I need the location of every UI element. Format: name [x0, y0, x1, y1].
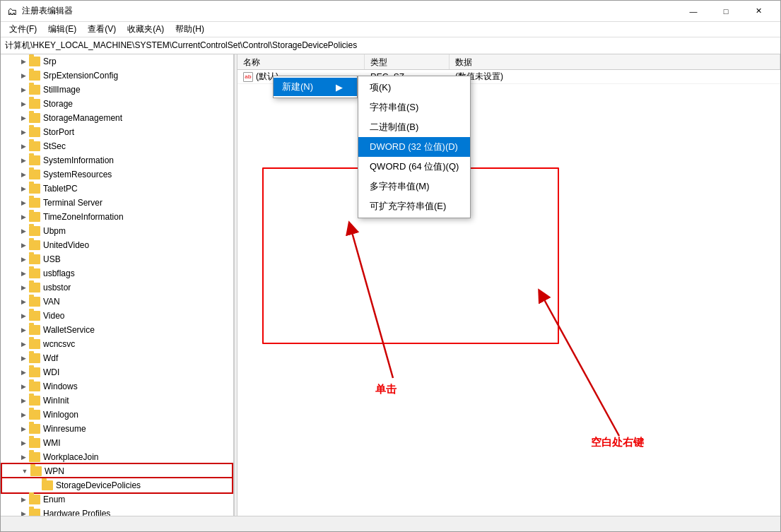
svg-line-1 [541, 295, 619, 436]
tree-item-video[interactable]: ▶ Video [1, 309, 233, 323]
status-bar [1, 516, 780, 531]
expand-arrow: ▶ [18, 310, 29, 321]
expand-arrow: ▶ [18, 141, 29, 152]
tree-item-winresume[interactable]: ▶ Winresume [1, 422, 233, 436]
folder-icon [29, 297, 40, 307]
right-pane: 名称 类型 数据 ab (默认) REG_SZ (数值未设置) [237, 54, 780, 516]
folder-icon [29, 367, 40, 377]
tree-item-srp[interactable]: ▶ Srp [1, 54, 233, 69]
tree-item-wcncsvc[interactable]: ▶ wcncsvc [1, 337, 233, 351]
menu-edit[interactable]: 编辑(E) [42, 22, 82, 37]
tree-item-wdf[interactable]: ▶ Wdf [1, 351, 233, 365]
expand-arrow: ▶ [18, 353, 29, 364]
expand-arrow: ▶ [18, 409, 29, 420]
window-controls: — □ ✕ [677, 1, 775, 22]
tree-item-terminalserver[interactable]: ▶ Terminal Server [1, 196, 233, 210]
menu-favorites[interactable]: 收藏夹(A) [122, 22, 170, 37]
expand-arrow: ▶ [18, 268, 29, 279]
folder-icon [29, 339, 40, 349]
tree-item-storagemanagement[interactable]: ▶ StorageManagement [1, 111, 233, 125]
tree-item-storagedevicepolicies[interactable]: StorageDevicePolicies [2, 478, 232, 492]
submenu-item-qword[interactable]: QWORD (64 位值)(Q) [358, 157, 470, 177]
folder-icon [29, 85, 40, 95]
folder-icon [29, 170, 40, 179]
folder-icon [29, 141, 40, 151]
tree-item-usbstor[interactable]: ▶ usbstor [1, 280, 233, 295]
expand-arrow: ▶ [18, 451, 29, 463]
folder-icon [29, 283, 40, 292]
tree-item-walletservice[interactable]: ▶ WalletService [1, 323, 233, 337]
expand-arrow: ▶ [18, 225, 29, 237]
expand-arrow: ▶ [18, 155, 29, 166]
folder-icon [29, 155, 40, 165]
tree-item-ubpm[interactable]: ▶ Ubpm [1, 224, 233, 238]
tree-item-hardwareprofiles[interactable]: ▶ Hardware Profiles [1, 507, 233, 516]
expand-arrow: ▼ [19, 466, 30, 477]
submenu: 项(K) 字符串值(S) 二进制值(B) DWORD (32 位值)(D) QW… [358, 76, 471, 218]
annotation-arrows [237, 54, 780, 516]
folder-icon [29, 495, 40, 504]
tree-item-stsec[interactable]: ▶ StSec [1, 139, 233, 153]
submenu-item-string[interactable]: 字符串值(S) [358, 97, 470, 117]
submenu-item-binary[interactable]: 二进制值(B) [358, 117, 470, 137]
tree-item-winlogon[interactable]: ▶ Winlogon [1, 408, 233, 422]
tree-item-wmi[interactable]: ▶ WMI [1, 436, 233, 450]
context-menu-overlay: 新建(N) ▶ 项(K) 字符串值(S) 二进制值(B) DWORD (32 位… [273, 76, 358, 98]
menu-container: 新建(N) ▶ 项(K) 字符串值(S) 二进制值(B) DWORD (32 位… [273, 76, 358, 98]
close-button[interactable]: ✕ [742, 1, 775, 22]
maximize-button[interactable]: □ [710, 1, 742, 22]
submenu-item-key[interactable]: 项(K) [358, 78, 470, 97]
expand-arrow: ▶ [18, 183, 29, 194]
folder-icon [29, 184, 40, 194]
cell-data: (数值未设置) [450, 69, 780, 84]
folder-icon [29, 353, 40, 363]
registry-editor-window: 🗂 注册表编辑器 — □ ✕ 文件(F) 编辑(E) 查看(V) 收藏夹(A) … [0, 0, 781, 532]
tree-item-tabletpc[interactable]: ▶ TabletPC [1, 182, 233, 196]
expand-arrow: ▶ [18, 56, 29, 67]
tree-item-windows[interactable]: ▶ Windows [1, 379, 233, 394]
expand-arrow [30, 480, 42, 491]
folder-icon [29, 268, 40, 278]
submenu-item-expandstring[interactable]: 可扩充字符串值(E) [358, 196, 470, 216]
expand-arrow: ▶ [18, 282, 29, 293]
minimize-button[interactable]: — [677, 1, 710, 22]
folder-icon [29, 254, 40, 264]
expand-arrow: ▶ [18, 126, 29, 138]
expand-arrow: ▶ [18, 98, 29, 110]
folder-icon [42, 480, 53, 490]
tree-item-van[interactable]: ▶ VAN [1, 295, 233, 309]
ctx-item-new[interactable]: 新建(N) ▶ [274, 78, 357, 96]
tree-item-wdi[interactable]: ▶ WDI [1, 365, 233, 379]
submenu-item-multistring[interactable]: 多字符串值(M) [358, 177, 470, 196]
submenu-item-dword[interactable]: DWORD (32 位值)(D) [358, 137, 470, 157]
menu-help[interactable]: 帮助(H) [170, 22, 210, 37]
tree-item-sysinfo[interactable]: ▶ SystemInformation [1, 153, 233, 167]
tree-item-usbflags[interactable]: ▶ usbflags [1, 266, 233, 280]
tree-item-wininit[interactable]: ▶ WinInit [1, 394, 233, 408]
tree-item-workplacejoin[interactable]: ▶ WorkplaceJoin [1, 450, 233, 464]
tree-item-storport[interactable]: ▶ StorPort [1, 125, 233, 139]
tree-item-wpn[interactable]: ▼ WPN [2, 464, 232, 478]
expand-arrow: ▶ [18, 296, 29, 307]
menu-file[interactable]: 文件(F) [4, 22, 42, 37]
tree-item-usb[interactable]: ▶ USB [1, 252, 233, 266]
expand-arrow: ▶ [18, 254, 29, 265]
tree-item-srpext[interactable]: ▶ SrpExtensionConfig [1, 69, 233, 83]
tree-item-sysresources[interactable]: ▶ SystemResources [1, 167, 233, 182]
folder-icon [29, 226, 40, 236]
expand-arrow: ▶ [18, 437, 29, 449]
context-menu: 新建(N) ▶ [273, 76, 358, 98]
tree-item-storage[interactable]: ▶ Storage [1, 97, 233, 111]
tree-item-enum[interactable]: ▶ Enum [1, 492, 233, 507]
folder-icon [29, 127, 40, 137]
menu-view[interactable]: 查看(V) [82, 22, 122, 37]
expand-arrow: ▶ [18, 508, 29, 516]
table-header: 名称 类型 数据 [237, 54, 780, 70]
tree-item-timezone[interactable]: ▶ TimeZoneInformation [1, 210, 233, 224]
tree-pane[interactable]: ▶ Srp ▶ SrpExtensionConfig ▶ StillImage … [1, 54, 234, 516]
tree-item-stillimage[interactable]: ▶ StillImage [1, 83, 233, 97]
folder-icon [29, 382, 40, 391]
folder-icon [29, 212, 40, 222]
tree-item-unitedvideo[interactable]: ▶ UnitedVideo [1, 238, 233, 252]
folder-icon [29, 396, 40, 406]
